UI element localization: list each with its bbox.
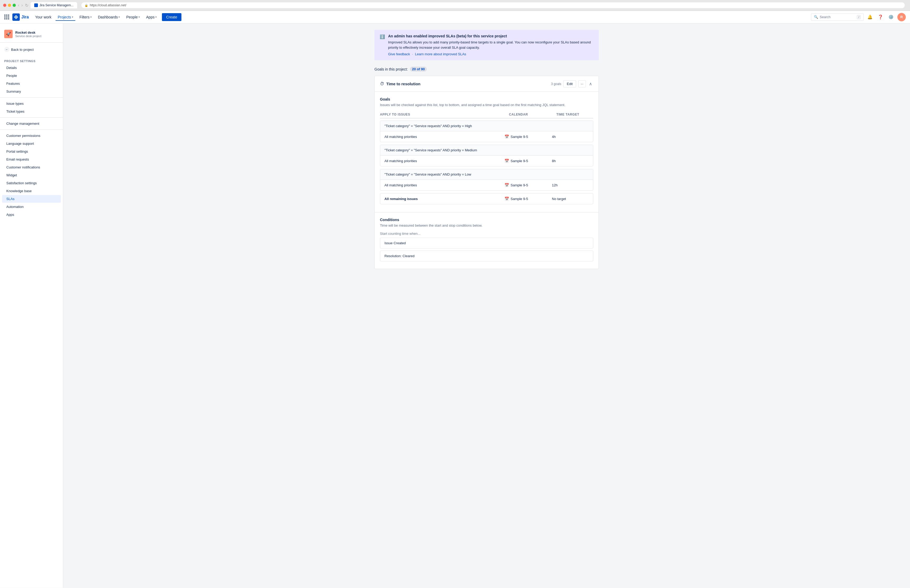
condition-issue-created-label: Issue Created [385,241,406,245]
condition-resolution-cleared: Resolution: Cleared [380,250,593,262]
more-options-button[interactable]: ··· [578,80,586,87]
sidebar-item-slas[interactable]: SLAs [2,195,61,203]
sidebar-item-summary[interactable]: Summary [2,88,61,95]
sidebar-item-email-requests[interactable]: Email requests [2,155,61,163]
search-icon: 🔍 [814,15,818,19]
app-switcher-icon[interactable] [4,15,9,19]
main-content: ℹ️ An admin has enabled improved SLAs (b… [63,23,910,588]
search-shortcut: / [857,15,861,19]
address-bar[interactable]: 🔒 https://cloud.atlassian.net/ [81,2,905,8]
goals-header: Goals in this project: 20 of 90 [375,66,599,72]
banner-content: An admin has enabled improved SLAs (beta… [388,34,593,56]
give-feedback-link[interactable]: Give feedback [388,52,410,56]
browser-tab[interactable]: Jira Service Managem... [31,2,77,8]
settings-button[interactable]: ⚙️ [887,13,895,21]
calendar-icon-4: 📅 [504,197,509,201]
user-avatar[interactable]: R [897,13,906,21]
goals-section: Goals Issues will be checked against thi… [375,92,598,212]
sidebar-item-slas-label: SLAs [6,197,15,201]
goals-table: Apply to issues Calendar Time target "Ti… [380,111,593,204]
sidebar-item-customer-notifications[interactable]: Customer notifications [2,163,61,171]
chevron-up-icon: ∧ [589,82,592,86]
nav-filters[interactable]: Filters ▾ [78,13,94,21]
sidebar-item-ticket-types[interactable]: Ticket types [2,108,61,115]
sidebar-item-details[interactable]: Details [2,64,61,72]
projects-chevron-icon: ▾ [72,16,73,18]
sidebar-item-portal-settings[interactable]: Portal settings [2,148,61,155]
goal-row-high-label: All matching priorities [385,135,504,139]
tab-favicon [34,3,38,7]
sidebar-item-automation[interactable]: Automation [2,203,61,210]
sidebar-item-issue-types[interactable]: Issue types [2,100,61,107]
calendar-icon-3: 📅 [504,183,509,187]
top-navigation: Jira Your work Projects ▾ Filters ▾ Dash… [0,11,910,23]
goal-row-low-time: 12h [552,183,589,187]
sidebar-item-apps-label: Apps [6,213,14,216]
nav-dashboards[interactable]: Dashboards ▾ [96,13,122,21]
sidebar-item-language-support[interactable]: Language support [2,140,61,147]
conditions-title: Conditions [380,218,593,222]
back-icon: ← [4,47,10,52]
filters-chevron-icon: ▾ [91,16,92,18]
sidebar-item-people[interactable]: People [2,72,61,79]
sidebar-item-people-label: People [6,74,17,78]
sidebar-project: 🚀 Rocket desk Service desk project [0,27,63,43]
nav-people[interactable]: People ▾ [124,13,142,21]
nav-apps[interactable]: Apps ▾ [144,13,159,21]
info-icon: ℹ️ [380,34,385,56]
sidebar-item-details-label: Details [6,66,17,70]
sidebar-item-portal-settings-label: Portal settings [6,150,28,153]
goal-group-low-header: "Ticket category" = "Service requests" A… [380,169,593,180]
sidebar-divider-1 [0,97,63,98]
goal-row-low-label: All matching priorities [385,183,504,187]
create-button[interactable]: Create [162,13,181,21]
goals-section-title: Goals [380,97,593,101]
maximize-button[interactable] [13,4,16,7]
calendar-icon-2: 📅 [504,159,509,163]
sidebar-item-automation-label: Automation [6,205,24,209]
goal-row-remaining: All remaining issues 📅 Sample 9-5 No tar… [380,194,593,204]
goal-row-low-calendar-text: Sample 9-5 [511,183,528,187]
forward-arrow[interactable]: › [21,3,23,8]
refresh-button[interactable]: ↻ [25,3,28,8]
sidebar-item-features[interactable]: Features [2,80,61,87]
help-button[interactable]: ❓ [876,13,885,21]
url-text: https://cloud.atlassian.net/ [90,3,126,7]
jira-logo[interactable]: Jira [12,13,29,21]
goal-group-high: "Ticket category" = "Service requests" A… [380,121,593,142]
back-to-project-link[interactable]: ← Back to project [0,45,63,54]
start-counting-label: Start counting time when... [380,232,593,236]
collapse-button[interactable]: ∧ [588,81,593,87]
goal-row-low: All matching priorities 📅 Sample 9-5 12h [380,180,593,190]
sidebar-item-apps[interactable]: Apps [2,211,61,218]
search-placeholder: Search [819,15,831,19]
project-name: Rocket desk [15,31,59,34]
sidebar-item-change-management[interactable]: Change management [2,120,61,128]
banner-separator: · [412,52,413,56]
goal-row-low-calendar: 📅 Sample 9-5 [504,183,552,187]
goal-row-remaining-label: All remaining issues [385,197,504,201]
nav-your-work[interactable]: Your work [33,13,53,21]
sidebar-section-title: Project settings [4,60,59,63]
minimize-button[interactable] [8,4,11,7]
sidebar-divider-2 [0,117,63,118]
goal-row-high-time: 4h [552,135,589,139]
sidebar-item-customer-notifications-label: Customer notifications [6,165,40,169]
content-area: ℹ️ An admin has enabled improved SLAs (b… [368,23,605,279]
notifications-button[interactable]: 🔔 [866,13,874,21]
sidebar-item-customer-permissions[interactable]: Customer permissions [2,132,61,139]
goal-row-medium: All matching priorities 📅 Sample 9-5 8h [380,155,593,166]
back-arrow[interactable]: ‹ [18,3,19,8]
conditions-desc: Time will be measured between the start … [380,223,593,228]
sidebar-item-widget[interactable]: Widget [2,171,61,179]
sidebar-item-knowledge-base-label: Knowledge base [6,189,32,193]
sidebar-item-satisfaction-settings[interactable]: Satisfaction settings [2,179,61,187]
learn-more-link[interactable]: Learn more about improved SLAs [415,52,466,56]
search-box[interactable]: 🔍 Search / [811,13,864,21]
close-button[interactable] [3,4,6,7]
sidebar-item-knowledge-base[interactable]: Knowledge base [2,187,61,195]
edit-button[interactable]: Edit [563,80,576,87]
goal-condition-low: "Ticket category" = "Service requests" A… [385,173,471,176]
col-time: Time target [556,113,593,116]
nav-projects[interactable]: Projects ▾ [55,13,75,21]
